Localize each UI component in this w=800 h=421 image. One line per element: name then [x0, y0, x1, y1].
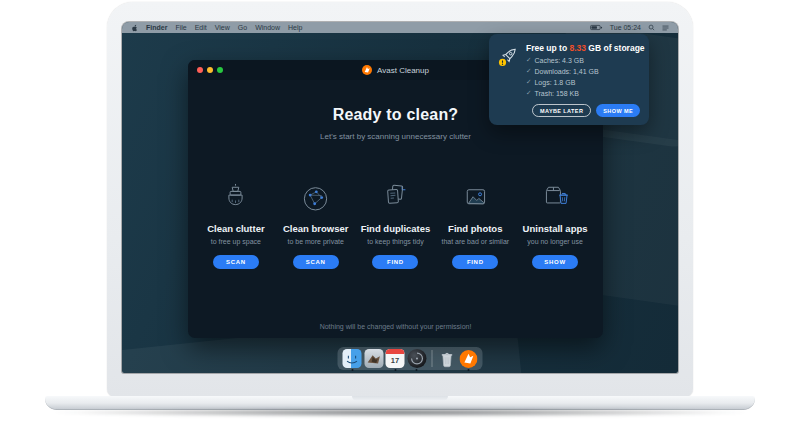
- menu-item-finder[interactable]: Finder: [146, 24, 167, 31]
- check-icon: ✓: [526, 89, 531, 97]
- laptop-mockup: Finder File Edit View Go Window Help Tue…: [0, 0, 800, 421]
- menu-item-help[interactable]: Help: [288, 24, 302, 31]
- notification-center-icon[interactable]: [662, 25, 669, 31]
- laptop-base-notch: [352, 396, 448, 401]
- window-title: Avast Cleanup: [377, 66, 429, 75]
- feature-find-photos: Find photos that are bad or similar FIND: [435, 183, 515, 269]
- laptop-screen-bezel: Finder File Edit View Go Window Help Tue…: [107, 2, 693, 397]
- check-icon: ✓: [526, 67, 531, 75]
- photo-icon: [459, 183, 492, 213]
- check-icon: ✓: [526, 78, 531, 86]
- feature-find-duplicates: Find duplicates to keep things tidy FIND: [356, 183, 436, 269]
- menu-bar-clock[interactable]: Tue 05:24: [610, 24, 641, 31]
- feature-title: Clean browser: [283, 223, 348, 234]
- minimize-button[interactable]: [207, 67, 213, 73]
- menu-item-view[interactable]: View: [215, 24, 230, 31]
- maybe-later-button[interactable]: MAYBE LATER: [532, 104, 591, 117]
- battery-icon[interactable]: [590, 24, 603, 31]
- storage-amount: 8.33: [569, 43, 586, 53]
- avast-logo-icon: [362, 65, 372, 75]
- box-trash-icon: [539, 183, 572, 213]
- feature-clean-clutter: Clean clutter to free up space SCAN: [196, 183, 276, 269]
- page-subtitle: Let's start by scanning unnecessary clut…: [188, 132, 603, 141]
- dock-record-icon[interactable]: [407, 349, 426, 368]
- apple-menu-icon[interactable]: [131, 24, 138, 32]
- menu-item-go[interactable]: Go: [238, 24, 247, 31]
- feature-title: Uninstall apps: [523, 223, 588, 234]
- feature-title: Find duplicates: [361, 223, 431, 234]
- dock-photos-icon[interactable]: [364, 349, 383, 368]
- feature-subtitle: you no longer use: [527, 238, 583, 245]
- uninstall-apps-show-button[interactable]: SHOW: [532, 255, 578, 269]
- storage-notification: Free up to 8.33 GB of storage ✓Caches: 4…: [489, 34, 649, 125]
- dock: 17: [338, 347, 483, 370]
- feature-subtitle: to be more private: [287, 238, 343, 245]
- zoom-button[interactable]: [217, 67, 223, 73]
- feature-title: Clean clutter: [207, 223, 265, 234]
- close-button[interactable]: [197, 67, 203, 73]
- permission-note: Nothing will be changed without your per…: [188, 323, 603, 330]
- dock-trash-icon[interactable]: [437, 349, 456, 368]
- dock-avast-icon[interactable]: [459, 349, 478, 368]
- menu-bar: Finder File Edit View Go Window Help Tue…: [122, 22, 678, 33]
- menu-item-file[interactable]: File: [175, 24, 186, 31]
- clean-clutter-scan-button[interactable]: SCAN: [213, 255, 259, 269]
- menu-item-window[interactable]: Window: [255, 24, 280, 31]
- feature-subtitle: that are bad or similar: [441, 238, 509, 245]
- clean-browser-scan-button[interactable]: SCAN: [293, 255, 339, 269]
- rocket-icon: [497, 45, 519, 117]
- notification-title: Free up to 8.33 GB of storage: [526, 43, 640, 53]
- feature-uninstall-apps: Uninstall apps you no longer use SHOW: [515, 183, 595, 269]
- list-item-logs: ✓Logs: 1.8 GB: [526, 78, 640, 86]
- list-item-caches: ✓Caches: 4.3 GB: [526, 56, 640, 64]
- show-me-button[interactable]: SHOW ME: [596, 104, 640, 117]
- menu-item-edit[interactable]: Edit: [195, 24, 207, 31]
- dock-finder-icon[interactable]: [343, 349, 362, 368]
- documents-icon: [379, 183, 412, 213]
- feature-subtitle: to keep things tidy: [367, 238, 423, 245]
- find-duplicates-find-button[interactable]: FIND: [372, 255, 418, 269]
- check-icon: ✓: [526, 56, 531, 64]
- feature-subtitle: to free up space: [211, 238, 261, 245]
- brush-icon: [219, 183, 252, 213]
- list-item-downloads: ✓Downloads: 1,41 GB: [526, 67, 640, 75]
- find-photos-find-button[interactable]: FIND: [452, 255, 498, 269]
- dock-calendar-icon[interactable]: 17: [386, 349, 405, 368]
- desktop-screen: Finder File Edit View Go Window Help Tue…: [122, 22, 678, 373]
- feature-title: Find photos: [448, 223, 502, 234]
- search-icon[interactable]: [648, 24, 655, 31]
- feature-clean-browser: Clean browser to be more private SCAN: [276, 183, 356, 269]
- globe-network-icon: [299, 183, 332, 213]
- list-item-trash: ✓Trash: 158 KB: [526, 89, 640, 97]
- laptop-shadow: [55, 408, 745, 417]
- feature-row: Clean clutter to free up space SCAN: [188, 183, 603, 269]
- dock-separator: [431, 350, 432, 367]
